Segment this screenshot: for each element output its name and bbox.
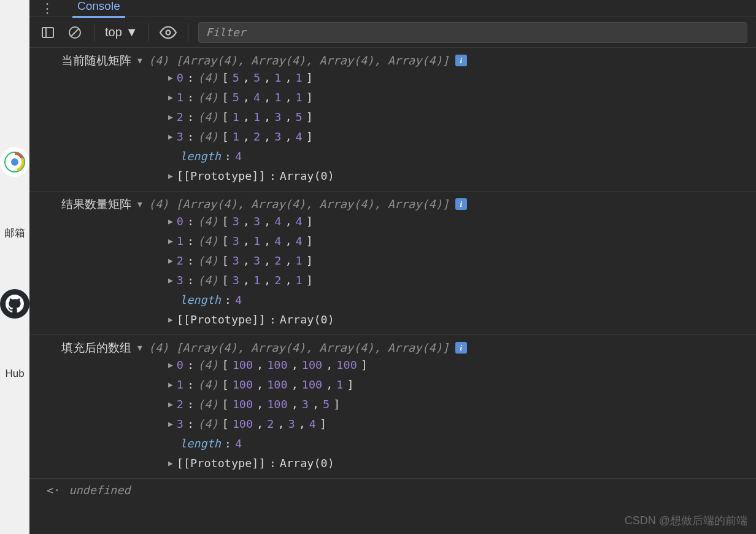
devtools-panel: ⋮ Console top ▼ 当前随机矩阵(4) [Array(4), Arr… [29,0,756,534]
prototype-row[interactable]: [[Prototype]]: Array(0) [168,166,756,186]
array-row[interactable]: 2: (4) [100, 100, 3, 5] [168,395,756,414]
console-output: 当前随机矩阵(4) [Array(4), Array(4), Array(4),… [29,48,756,534]
live-expression-icon[interactable] [158,23,178,42]
watermark: CSDN @想做后端的前端 [625,513,747,528]
toolbar-divider [148,23,148,42]
expand-caret-icon[interactable] [137,56,142,65]
array-summary[interactable]: (4) [Array(4), Array(4), Array(4), Array… [148,54,449,67]
github-icon[interactable] [0,289,29,319]
more-menu-icon[interactable]: ⋮ [40,1,54,16]
info-icon[interactable]: i [455,198,467,210]
svg-point-6 [166,30,170,34]
tab-bar: ⋮ Console [29,0,756,17]
clear-console-icon[interactable] [65,23,85,42]
length-row: length: 4 [168,147,756,166]
expand-caret-icon[interactable] [168,310,173,330]
expand-caret-icon[interactable] [168,68,173,88]
array-row[interactable]: 1: (4) [3, 1, 4, 4] [168,231,756,251]
expand-caret-icon[interactable] [168,375,173,395]
expand-caret-icon[interactable] [168,88,173,107]
array-row[interactable]: 0: (4) [100, 100, 100, 100] [168,355,756,375]
log-group: 填充后的数组(4) [Array(4), Array(4), Array(4),… [29,335,756,478]
expand-caret-icon[interactable] [168,271,173,290]
array-row[interactable]: 0: (4) [5, 5, 1, 1] [168,68,756,88]
execution-context-select[interactable]: top ▼ [105,25,138,39]
left-rail: 邮箱 Hub [0,0,29,534]
array-summary[interactable]: (4) [Array(4), Array(4), Array(4), Array… [148,198,449,211]
array-row[interactable]: 1: (4) [100, 100, 100, 1] [168,375,756,395]
log-group: 当前随机矩阵(4) [Array(4), Array(4), Array(4),… [29,48,756,191]
expand-caret-icon[interactable] [168,127,173,147]
svg-point-1 [11,158,18,166]
info-icon[interactable]: i [455,55,467,66]
expand-caret-icon[interactable] [168,212,173,231]
log-label: 填充后的数组 [61,340,131,355]
svg-line-5 [71,29,79,36]
array-row[interactable]: 3: (4) [1, 2, 3, 4] [168,127,756,147]
array-row[interactable]: 0: (4) [3, 3, 4, 4] [168,212,756,231]
tab-console[interactable]: Console [72,0,125,18]
scope-label: top [105,25,122,39]
return-value-row: <·undefined [29,478,756,501]
expand-caret-icon[interactable] [168,166,173,186]
length-row: length: 4 [168,434,756,454]
expand-caret-icon[interactable] [168,107,173,127]
expand-caret-icon[interactable] [168,454,173,473]
info-icon[interactable]: i [455,342,467,354]
browser-icon[interactable] [0,147,29,177]
array-summary[interactable]: (4) [Array(4), Array(4), Array(4), Array… [148,341,449,354]
sidebar-toggle-icon[interactable] [38,23,58,42]
toolbar-divider [188,23,188,42]
array-row[interactable]: 1: (4) [5, 4, 1, 1] [168,88,756,107]
log-label: 结果数量矩阵 [61,196,131,212]
expand-caret-icon[interactable] [168,231,173,251]
prototype-row[interactable]: [[Prototype]]: Array(0) [168,454,756,473]
prototype-row[interactable]: [[Prototype]]: Array(0) [168,310,756,330]
array-row[interactable]: 2: (4) [1, 1, 3, 5] [168,107,756,127]
mail-label[interactable]: 邮箱 [4,226,25,240]
svg-rect-2 [42,28,53,37]
expand-caret-icon[interactable] [168,355,173,375]
return-arrow-icon: <· [47,484,60,497]
hub-label[interactable]: Hub [5,368,24,380]
filter-input[interactable] [198,22,747,43]
array-row[interactable]: 3: (4) [100, 2, 3, 4] [168,414,756,434]
expand-caret-icon[interactable] [137,199,142,209]
expand-caret-icon[interactable] [168,251,173,271]
chevron-down-icon: ▼ [126,25,138,39]
toolbar-divider [94,23,95,42]
length-row: length: 4 [168,290,756,310]
array-row[interactable]: 3: (4) [3, 1, 2, 1] [168,271,756,290]
expand-caret-icon[interactable] [137,343,142,352]
log-label: 当前随机矩阵 [61,53,131,68]
expand-caret-icon[interactable] [168,414,173,434]
array-row[interactable]: 2: (4) [3, 3, 2, 1] [168,251,756,271]
expand-caret-icon[interactable] [168,395,173,414]
log-group: 结果数量矩阵(4) [Array(4), Array(4), Array(4),… [29,191,756,335]
console-toolbar: top ▼ [29,17,756,48]
